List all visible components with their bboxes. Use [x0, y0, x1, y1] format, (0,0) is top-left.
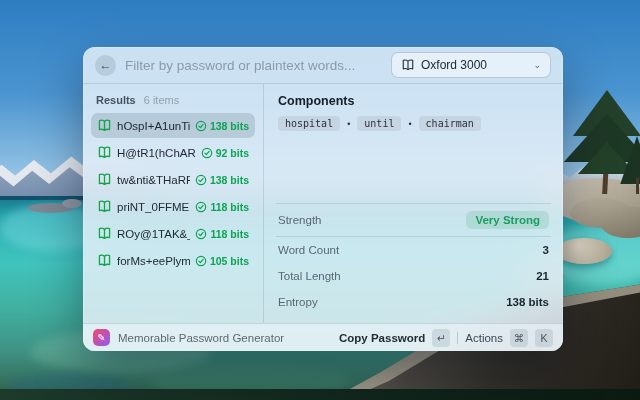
- entropy-row: Entropy 138 bits: [278, 289, 549, 315]
- word-count-value: 3: [543, 244, 549, 256]
- rock-left-small: [62, 199, 82, 208]
- password-text: H@tR1(hChAR!Ty: [117, 147, 196, 159]
- components-title: Components: [278, 94, 549, 108]
- k-key-icon: K: [535, 329, 553, 347]
- check-circle-icon: [195, 120, 207, 132]
- pencil-icon: ✎: [97, 332, 105, 343]
- dictionary-dropdown[interactable]: Oxford 3000 ⌄: [391, 52, 551, 78]
- book-icon: [97, 226, 112, 241]
- results-count: 6 items: [144, 94, 179, 106]
- dictionary-label: Oxford 3000: [421, 58, 487, 72]
- password-row[interactable]: forMs+eePlym4+CH 105 bits: [91, 248, 255, 273]
- app-icon: ✎: [93, 329, 110, 346]
- bullet-separator: •: [347, 119, 350, 129]
- results-label: Results: [96, 94, 136, 106]
- detail-panel: Components hospital • until • chairman S…: [264, 84, 563, 323]
- total-length-label: Total Length: [278, 270, 341, 282]
- book-icon: [401, 58, 415, 72]
- footer-bar: ✎ Memorable Password Generator Copy Pass…: [83, 323, 563, 351]
- component-word: until: [357, 116, 401, 131]
- entropy-value: 138 bits: [506, 296, 549, 308]
- entropy-label: Entropy: [278, 296, 318, 308]
- entropy-badge: 118 bits: [195, 228, 249, 240]
- strength-row: Strength Very Strong: [278, 204, 549, 236]
- copy-password-button[interactable]: Copy Password: [339, 332, 425, 344]
- component-word: hospital: [278, 116, 340, 131]
- check-circle-icon: [195, 228, 207, 240]
- password-text: ROy@1TAK&_inrecALI: [117, 228, 190, 240]
- bullet-separator: •: [408, 119, 411, 129]
- check-circle-icon: [201, 147, 213, 159]
- arrow-left-icon: ←: [100, 58, 112, 72]
- return-key-icon: ↵: [432, 329, 450, 347]
- detail-spacer: [278, 131, 549, 203]
- command-key-icon: ⌘: [510, 329, 528, 347]
- password-generator-window: ← Oxford 3000 ⌄ Results 6 items hOspI+A1…: [83, 47, 563, 351]
- password-row[interactable]: tw&nti&THaRR!vE_4T... 138 bits: [91, 167, 255, 192]
- entropy-badge: 138 bits: [195, 120, 249, 132]
- shore-strip: [0, 389, 640, 400]
- book-icon: [97, 253, 112, 268]
- password-text: tw&nti&THaRR!vE_4T...: [117, 174, 190, 186]
- total-length-value: 21: [536, 270, 549, 282]
- book-icon: [97, 118, 112, 133]
- entropy-badge: 138 bits: [195, 174, 249, 186]
- book-icon: [97, 172, 112, 187]
- check-circle-icon: [195, 201, 207, 213]
- strength-badge: Very Strong: [466, 211, 549, 229]
- entropy-badge: 118 bits: [195, 201, 249, 213]
- window-body: Results 6 items hOspI+A1unTil(HairM... 1…: [83, 84, 563, 323]
- water-rock: [556, 238, 612, 264]
- password-row[interactable]: H@tR1(hChAR!Ty 92 bits: [91, 140, 255, 165]
- word-count-row: Word Count 3: [278, 237, 549, 263]
- password-text: hOspI+A1unTil(HairM...: [117, 120, 190, 132]
- actions-button[interactable]: Actions: [465, 332, 503, 344]
- check-circle-icon: [195, 174, 207, 186]
- chevron-down-icon: ⌄: [533, 60, 541, 70]
- password-row[interactable]: ROy@1TAK&_inrecALI 118 bits: [91, 221, 255, 246]
- entropy-badge: 92 bits: [201, 147, 249, 159]
- back-button[interactable]: ←: [95, 55, 116, 76]
- check-circle-icon: [195, 255, 207, 267]
- footer-separator: [457, 332, 458, 344]
- password-row[interactable]: priNT_0FFMEmBeR+0E 118 bits: [91, 194, 255, 219]
- pine-tree-small-trunk: [636, 178, 639, 194]
- filter-input[interactable]: [125, 58, 382, 73]
- results-header: Results 6 items: [91, 91, 255, 113]
- header-bar: ← Oxford 3000 ⌄: [83, 47, 563, 83]
- password-text: priNT_0FFMEmBeR+0E: [117, 201, 190, 213]
- footer-actions: Copy Password ↵ Actions ⌘ K: [339, 329, 553, 347]
- password-text: forMs+eePlym4+CH: [117, 255, 190, 267]
- app-name: Memorable Password Generator: [118, 332, 284, 344]
- book-icon: [97, 199, 112, 214]
- component-word: chairman: [419, 116, 481, 131]
- total-length-row: Total Length 21: [278, 263, 549, 289]
- entropy-badge: 105 bits: [195, 255, 249, 267]
- components-tags: hospital • until • chairman: [278, 116, 549, 131]
- strength-label: Strength: [278, 214, 321, 226]
- book-icon: [97, 145, 112, 160]
- word-count-label: Word Count: [278, 244, 339, 256]
- password-row[interactable]: hOspI+A1unTil(HairM... 138 bits: [91, 113, 255, 138]
- results-list: Results 6 items hOspI+A1unTil(HairM... 1…: [83, 84, 263, 323]
